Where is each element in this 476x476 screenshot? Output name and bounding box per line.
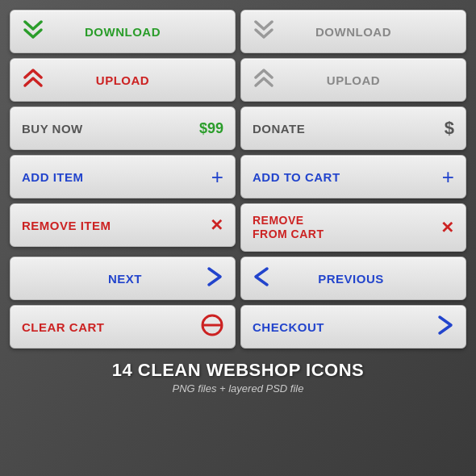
donate-button[interactable]: DONATE $: [240, 106, 466, 150]
dbl-chevron-up-gray-icon: [253, 69, 275, 91]
dbl-chevron-up-red-icon: [22, 69, 44, 91]
next-label: NEXT: [108, 272, 142, 286]
chevron-right-icon: [206, 265, 223, 291]
clear-cart-label: CLEAR CART: [22, 320, 105, 334]
previous-label: PREVIOUS: [318, 272, 384, 286]
clear-cart-button[interactable]: CLEAR CART: [10, 305, 236, 349]
add-item-label: ADD ITEM: [22, 170, 84, 184]
download-green-label: DOWNLOAD: [85, 25, 161, 39]
next-button[interactable]: NEXT: [10, 257, 236, 300]
add-to-cart-label: ADD TO CART: [253, 170, 340, 184]
buy-now-price: $99: [199, 120, 223, 137]
buy-now-button[interactable]: BUY NOW $99: [10, 106, 236, 150]
remove-item-button[interactable]: REMOVE ITEM ✕: [10, 203, 236, 247]
remove-from-cart-text: REMOVE FROM CART: [253, 214, 324, 242]
x-icon: ✕: [210, 215, 223, 235]
remove-from-cart-line2: FROM CART: [253, 228, 324, 242]
checkout-label: CHECKOUT: [253, 320, 324, 334]
donate-price: $: [445, 118, 454, 139]
chevron-left-icon: [253, 265, 270, 291]
remove-from-cart-line1: REMOVE: [253, 214, 324, 228]
plus-icon-cart: +: [442, 165, 454, 190]
x-icon-cart: ✕: [441, 218, 454, 237]
download-green-button[interactable]: DOWNLOAD: [10, 10, 236, 53]
donate-label: DONATE: [253, 122, 305, 136]
footer-title: 14 CLEAN WEBSHOP ICONS: [112, 360, 365, 381]
add-to-cart-button[interactable]: ADD TO CART +: [240, 155, 466, 198]
upload-gray-button[interactable]: UPLOAD: [240, 58, 466, 102]
upload-gray-label: UPLOAD: [327, 73, 380, 87]
button-grid: DOWNLOAD DOWNLOAD UPLOAD: [10, 10, 466, 349]
download-gray-label: DOWNLOAD: [315, 25, 391, 39]
plus-icon: +: [211, 165, 223, 190]
remove-item-label: REMOVE ITEM: [22, 219, 111, 232]
footer: 14 CLEAN WEBSHOP ICONS PNG files + layer…: [112, 357, 365, 395]
dbl-chevron-down-green-icon: [22, 20, 44, 43]
buy-now-label: BUY NOW: [22, 122, 83, 136]
upload-red-label: UPLOAD: [96, 73, 149, 87]
footer-subtitle: PNG files + layered PSD file: [112, 382, 365, 395]
checkout-button[interactable]: CHECKOUT: [240, 305, 466, 349]
no-entry-icon: [201, 314, 223, 340]
download-gray-button[interactable]: DOWNLOAD: [240, 10, 466, 53]
chevron-right-blue-icon: [436, 314, 454, 340]
upload-red-button[interactable]: UPLOAD: [10, 58, 236, 102]
add-item-button[interactable]: ADD ITEM +: [10, 155, 236, 198]
dbl-chevron-down-gray-icon: [253, 20, 275, 43]
remove-from-cart-button[interactable]: REMOVE FROM CART ✕: [240, 203, 466, 252]
previous-button[interactable]: PREVIOUS: [240, 257, 466, 300]
